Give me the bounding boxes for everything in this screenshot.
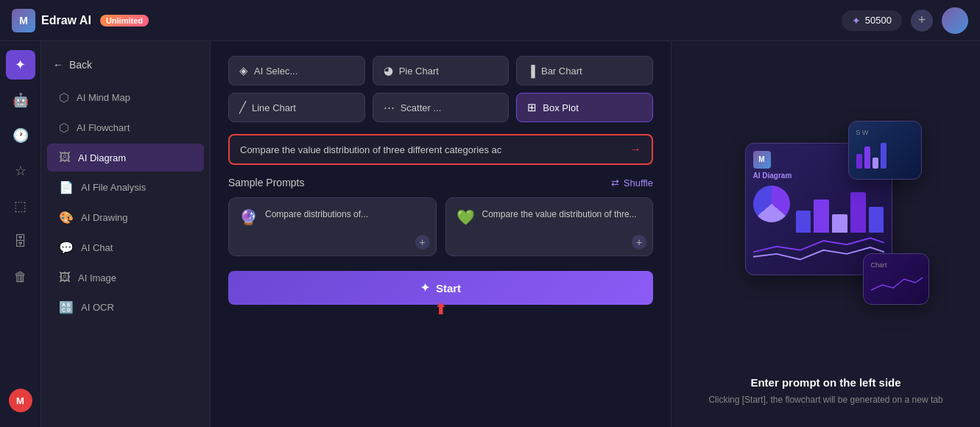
- sidebar-item-ai-ocr[interactable]: 🔠 AI OCR: [47, 293, 204, 322]
- iconbar-template[interactable]: ⬚: [6, 191, 35, 221]
- iconbar-trash[interactable]: 🗑: [6, 262, 35, 292]
- prompt-cards: 🔮 Compare distributions of... + 💚 Compar…: [228, 197, 653, 256]
- shuffle-icon: ⇄: [611, 177, 619, 188]
- ai-diagram-icon: 🖼: [59, 151, 71, 164]
- sidebar-item-ai-mind-map[interactable]: ⬡ AI Mind Map: [47, 83, 204, 112]
- illustration-area: M AI Diagram: [686, 56, 965, 376]
- mini-bar-3: [832, 214, 847, 233]
- right-panel-description: Clicking [Start], the flowchart will be …: [708, 393, 942, 406]
- sample-prompts-header: Sample Prompts ⇄ Shuffle: [228, 177, 653, 188]
- chart-btn-scatter[interactable]: ⋯ Scatter ...: [373, 93, 510, 122]
- credits-badge[interactable]: ✦ 50500: [842, 10, 902, 31]
- box-plot-icon: ⊞: [527, 101, 537, 114]
- iconbar-new[interactable]: ✦: [6, 50, 35, 80]
- sidebar-item-ai-drawing[interactable]: 🎨 AI Drawing: [47, 203, 204, 232]
- icon-bar: ✦ 🤖 🕐 ☆ ⬚ 🗄 🗑 M: [0, 41, 41, 427]
- main-layout: ✦ 🤖 🕐 ☆ ⬚ 🗄 🗑 M ← Back ⬡ AI Mind Map ⬡ A…: [0, 41, 980, 427]
- ai-ocr-icon: 🔠: [59, 300, 74, 314]
- prompt-card-emoji: 🔮: [239, 208, 258, 226]
- right-panel-text: Enter prompt on the left side Clicking […: [708, 376, 942, 412]
- bar-chart-icon: ▐: [527, 65, 535, 77]
- content-area: ◈ AI Selec... ◕ Pie Chart ▐ Bar Chart ╱ …: [211, 41, 671, 427]
- back-arrow-icon: ←: [53, 59, 63, 71]
- prompt-card-0[interactable]: 🔮 Compare distributions of... +: [228, 197, 437, 256]
- app-title: Edraw AI: [41, 14, 91, 27]
- sidebar-item-label: AI Drawing: [81, 212, 128, 223]
- illustration-small-card: S W: [848, 121, 922, 180]
- iconbar-star[interactable]: ☆: [6, 156, 35, 186]
- scatter-icon: ⋯: [384, 101, 395, 114]
- prompt-card-add-1[interactable]: +: [632, 235, 646, 250]
- right-panel-title: Enter prompt on the left side: [708, 376, 942, 389]
- mini-bar-5: [869, 207, 884, 233]
- mini-bar-1: [796, 211, 811, 233]
- user-avatar[interactable]: [942, 7, 968, 34]
- sidebar-item-ai-flowchart[interactable]: ⬡ AI Flowchart: [47, 113, 204, 142]
- chart-btn-pie-chart[interactable]: ◕ Pie Chart: [373, 56, 510, 85]
- iconbar-storage[interactable]: 🗄: [6, 227, 35, 256]
- chart-btn-label: Scatter ...: [401, 102, 442, 113]
- prompt-input[interactable]: [240, 144, 624, 155]
- chart-btn-label: AI Selec...: [254, 66, 297, 77]
- start-button[interactable]: ✦ Start ⬆: [228, 271, 653, 305]
- ai-mind-map-icon: ⬡: [59, 91, 69, 105]
- chart-btn-label: Box Plot: [543, 102, 578, 113]
- prompt-card-content: 🔮 Compare distributions of...: [239, 208, 426, 226]
- user-initial[interactable]: M: [9, 389, 32, 412]
- line-chart-icon: ╱: [239, 101, 246, 114]
- logo-area: M Edraw AI Unlimited: [12, 9, 149, 32]
- ai-flowchart-icon: ⬡: [59, 121, 69, 135]
- prompt-submit-arrow[interactable]: →: [630, 143, 641, 156]
- chart-btn-box-plot[interactable]: ⊞ Box Plot: [516, 93, 653, 122]
- unlimited-badge: Unlimited: [100, 15, 149, 27]
- sidebar-item-ai-diagram[interactable]: 🖼 AI Diagram: [47, 144, 204, 172]
- small-card-bars: [856, 139, 914, 169]
- sidebar-item-label: AI OCR: [81, 302, 114, 313]
- illustration-logo: M: [753, 151, 771, 169]
- prompt-card-emoji: 💚: [456, 208, 475, 226]
- prompt-card-text: Compare distributions of...: [265, 208, 368, 226]
- sidebar-item-label: AI Image: [78, 272, 116, 283]
- prompt-card-content: 💚 Compare the value distribution of thre…: [456, 208, 643, 226]
- sidebar-item-label: AI File Analysis: [81, 182, 146, 193]
- prompt-card-1[interactable]: 💚 Compare the value distribution of thre…: [445, 197, 654, 256]
- xs-card-chart: [871, 272, 923, 297]
- start-icon: ✦: [420, 281, 430, 294]
- chart-btn-ai-select[interactable]: ◈ AI Selec...: [228, 56, 365, 85]
- back-label: Back: [69, 59, 92, 71]
- sidebar-item-ai-chat[interactable]: 💬 AI Chat: [47, 233, 204, 262]
- sidebar-item-ai-image[interactable]: 🖼 AI Image: [47, 264, 204, 292]
- start-label: Start: [436, 282, 461, 294]
- chart-btn-bar-chart[interactable]: ▐ Bar Chart: [516, 56, 653, 85]
- chart-btn-label: Pie Chart: [399, 66, 439, 77]
- sidebar: ← Back ⬡ AI Mind Map ⬡ AI Flowchart 🖼 AI…: [41, 41, 211, 427]
- prompt-card-add-0[interactable]: +: [415, 235, 430, 250]
- chart-btn-label: Bar Chart: [541, 66, 582, 77]
- right-panel: M AI Diagram: [671, 41, 980, 427]
- mini-bar-chart: [796, 188, 884, 233]
- chart-btn-line-chart[interactable]: ╱ Line Chart: [228, 93, 365, 122]
- credits-icon: ✦: [852, 15, 861, 27]
- iconbar-ai[interactable]: 🤖: [6, 85, 35, 115]
- prompt-row: →: [228, 134, 653, 165]
- sidebar-item-label: AI Diagram: [78, 152, 126, 163]
- illustration-xs-card: Chart: [863, 253, 929, 305]
- mini-pie-chart: [753, 186, 790, 222]
- mini-bar-2: [814, 200, 829, 233]
- back-button[interactable]: ← Back: [41, 53, 210, 82]
- mini-bar-4: [850, 192, 866, 233]
- ai-drawing-icon: 🎨: [59, 211, 74, 225]
- illustration-wrapper: M AI Diagram: [723, 113, 929, 320]
- iconbar-bottom: M: [9, 389, 32, 418]
- iconbar-history[interactable]: 🕐: [6, 121, 35, 150]
- shuffle-button[interactable]: ⇄ Shuffle: [611, 177, 653, 188]
- chart-btn-label: Line Chart: [252, 102, 296, 113]
- ai-image-icon: 🖼: [59, 271, 71, 284]
- pie-chart-icon: ◕: [384, 64, 393, 77]
- topbar: M Edraw AI Unlimited ✦ 50500 +: [0, 0, 980, 41]
- add-button[interactable]: +: [911, 10, 933, 32]
- topbar-right: ✦ 50500 +: [842, 7, 968, 34]
- logo-icon: M: [12, 9, 35, 32]
- ai-select-icon: ◈: [239, 64, 248, 77]
- sidebar-item-ai-file-analysis[interactable]: 📄 AI File Analysis: [47, 173, 204, 202]
